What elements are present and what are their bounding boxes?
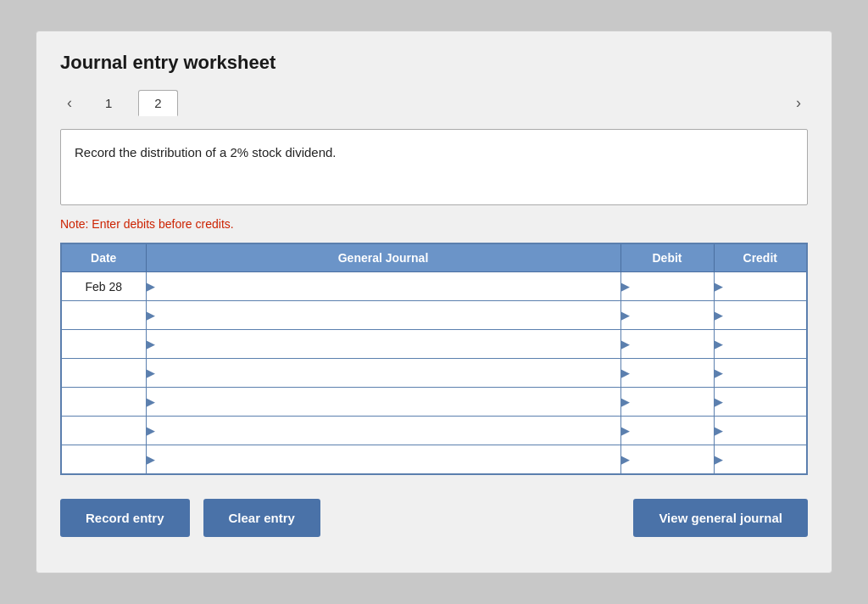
credit-cell-3[interactable]: ▶	[714, 359, 807, 388]
journal-table: Date General Journal Debit Credit Feb 28…	[60, 243, 808, 475]
journal-arrow-4: ▶	[147, 395, 155, 408]
worksheet-container: Journal entry worksheet ‹ 1 2 › Record t…	[36, 31, 832, 573]
credit-cell-4[interactable]: ▶	[714, 388, 807, 417]
credit-arrow-1: ▶	[715, 309, 723, 322]
date-cell-4	[61, 388, 146, 417]
col-header-credit: Credit	[714, 243, 807, 272]
credit-cell-1[interactable]: ▶	[714, 301, 807, 330]
debit-cell-3[interactable]: ▶	[620, 359, 714, 388]
col-header-date: Date	[61, 243, 146, 272]
debit-arrow-5: ▶	[621, 424, 630, 437]
credit-input-0[interactable]	[725, 280, 807, 294]
table-row: ▶▶▶	[61, 359, 807, 388]
debit-input-6[interactable]	[632, 452, 714, 466]
debit-arrow-1: ▶	[621, 309, 630, 322]
credit-cell-6[interactable]: ▶	[714, 445, 807, 474]
credit-input-2[interactable]	[725, 338, 807, 351]
date-cell-3	[61, 359, 146, 388]
journal-cell-2[interactable]: ▶	[146, 330, 620, 359]
journal-input-5[interactable]	[157, 424, 620, 438]
debit-cell-2[interactable]: ▶	[620, 330, 714, 359]
debit-input-1[interactable]	[632, 309, 714, 322]
debit-cell-4[interactable]: ▶	[620, 388, 714, 417]
view-general-journal-button[interactable]: View general journal	[633, 499, 808, 537]
journal-input-4[interactable]	[157, 395, 620, 409]
credit-input-3[interactable]	[725, 366, 807, 380]
journal-cell-3[interactable]: ▶	[146, 359, 620, 388]
journal-input-0[interactable]	[157, 280, 620, 294]
journal-input-3[interactable]	[157, 366, 620, 380]
page-title: Journal entry worksheet	[60, 52, 808, 74]
tab-navigation: ‹ 1 2 ›	[60, 89, 808, 115]
debit-input-4[interactable]	[632, 395, 714, 409]
journal-input-1[interactable]	[157, 309, 620, 322]
journal-arrow-0: ▶	[147, 280, 155, 293]
debit-input-5[interactable]	[632, 424, 714, 438]
journal-arrow-6: ▶	[147, 453, 155, 466]
col-header-debit: Debit	[620, 243, 714, 272]
debit-arrow-0: ▶	[621, 280, 630, 293]
debit-cell-5[interactable]: ▶	[620, 417, 714, 445]
table-row: ▶▶▶	[61, 330, 807, 359]
credit-arrow-0: ▶	[715, 280, 723, 293]
journal-cell-4[interactable]: ▶	[146, 388, 620, 417]
debit-cell-1[interactable]: ▶	[620, 301, 714, 330]
credit-input-4[interactable]	[725, 395, 807, 409]
note-text: Note: Enter debits before credits.	[60, 217, 808, 231]
debit-cell-6[interactable]: ▶	[620, 445, 714, 474]
record-entry-button[interactable]: Record entry	[60, 499, 190, 537]
col-header-general: General Journal	[146, 243, 620, 272]
table-row: ▶▶▶	[61, 301, 807, 330]
credit-input-5[interactable]	[725, 424, 807, 438]
date-cell-2	[61, 330, 146, 359]
instruction-text: Record the distribution of a 2% stock di…	[75, 145, 337, 159]
journal-cell-0[interactable]: ▶	[146, 272, 620, 301]
table-row: ▶▶▶	[61, 445, 807, 474]
table-row: ▶▶▶	[61, 388, 807, 417]
journal-arrow-5: ▶	[147, 424, 155, 437]
date-cell-1	[61, 301, 146, 330]
credit-arrow-3: ▶	[715, 366, 723, 379]
clear-entry-button[interactable]: Clear entry	[203, 499, 320, 537]
credit-cell-2[interactable]: ▶	[714, 330, 807, 359]
debit-arrow-4: ▶	[621, 395, 630, 408]
journal-input-6[interactable]	[157, 452, 620, 466]
credit-input-1[interactable]	[725, 309, 807, 322]
credit-cell-0[interactable]: ▶	[714, 272, 807, 301]
table-row: Feb 28▶▶▶	[61, 272, 807, 301]
table-row: ▶▶▶	[61, 417, 807, 445]
date-cell-0: Feb 28	[61, 272, 146, 301]
tab-1[interactable]: 1	[89, 90, 128, 115]
credit-arrow-5: ▶	[715, 424, 723, 437]
debit-arrow-2: ▶	[621, 338, 630, 350]
debit-input-3[interactable]	[632, 366, 714, 380]
journal-cell-5[interactable]: ▶	[146, 417, 620, 445]
journal-cell-6[interactable]: ▶	[146, 445, 620, 474]
debit-cell-0[interactable]: ▶	[620, 272, 714, 301]
journal-arrow-1: ▶	[147, 309, 155, 322]
date-cell-5	[61, 417, 146, 445]
button-row: Record entry Clear entry View general jo…	[60, 499, 808, 537]
credit-cell-5[interactable]: ▶	[714, 417, 807, 445]
date-cell-6	[61, 445, 146, 474]
tab-2[interactable]: 2	[138, 90, 177, 116]
debit-input-0[interactable]	[632, 280, 714, 294]
journal-cell-1[interactable]: ▶	[146, 301, 620, 330]
journal-arrow-2: ▶	[147, 338, 155, 350]
credit-arrow-2: ▶	[715, 338, 723, 350]
prev-arrow[interactable]: ‹	[60, 91, 79, 115]
debit-arrow-3: ▶	[621, 366, 630, 379]
debit-arrow-6: ▶	[621, 453, 630, 466]
credit-arrow-4: ▶	[715, 395, 723, 408]
instruction-box: Record the distribution of a 2% stock di…	[60, 129, 808, 205]
credit-arrow-6: ▶	[715, 453, 723, 466]
debit-input-2[interactable]	[632, 338, 714, 351]
journal-input-2[interactable]	[157, 338, 620, 351]
credit-input-6[interactable]	[725, 452, 807, 466]
journal-arrow-3: ▶	[147, 366, 155, 379]
next-arrow[interactable]: ›	[789, 91, 808, 115]
